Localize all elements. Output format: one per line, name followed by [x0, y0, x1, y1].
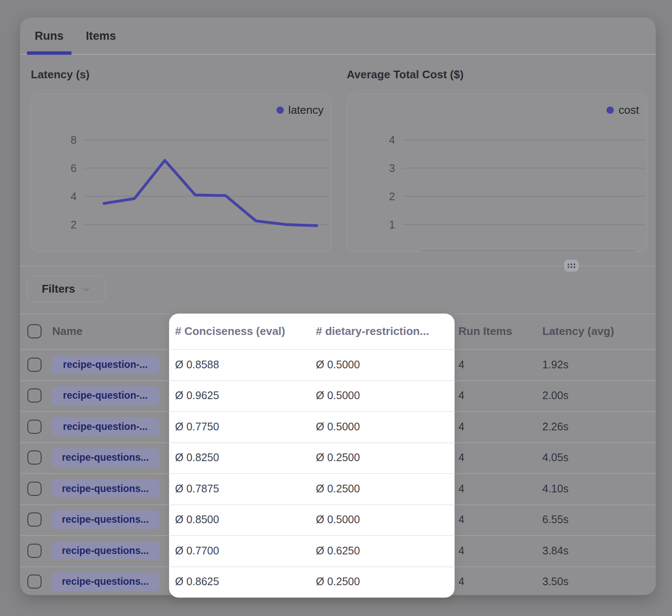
- row-checkbox[interactable]: [27, 420, 42, 434]
- latency-chart-title: Latency (s): [31, 68, 89, 81]
- select-all-checkbox[interactable]: [27, 324, 42, 338]
- run-items-value: 4: [455, 575, 539, 588]
- chevron-down-icon: [81, 284, 91, 294]
- column-header-dietary-restriction: # dietary-restriction...: [311, 325, 455, 338]
- table-row[interactable]: recipe-questions...Ø 0.8250Ø 0.250044.05…: [20, 442, 656, 474]
- table-row[interactable]: recipe-question-...Ø 0.9625Ø 0.500042.00…: [20, 380, 656, 412]
- latency-value: 1.92s: [539, 358, 656, 371]
- column-header-latency: Latency (avg): [539, 325, 656, 338]
- table-row[interactable]: recipe-questions...Ø 0.8500Ø 0.500046.55…: [20, 504, 656, 536]
- svg-text:4: 4: [71, 190, 77, 202]
- table-row[interactable]: recipe-questions...Ø 0.8625Ø 0.250043.50…: [20, 566, 656, 595]
- column-header-run-items: Run Items: [455, 325, 539, 338]
- row-checkbox[interactable]: [27, 544, 42, 558]
- dietary-restriction-value: Ø 0.5000: [311, 421, 455, 433]
- row-checkbox[interactable]: [27, 388, 42, 403]
- run-name-badge[interactable]: recipe-questions...: [51, 572, 159, 591]
- conciseness-value: Ø 0.7750: [169, 421, 311, 433]
- latency-legend-dot-icon: [277, 107, 284, 114]
- conciseness-value: Ø 0.8625: [169, 575, 311, 588]
- latency-value: 2.00s: [539, 389, 656, 402]
- row-checkbox[interactable]: [27, 482, 42, 496]
- row-checkbox[interactable]: [27, 512, 42, 527]
- row-checkbox-cell: [20, 544, 51, 558]
- run-name-badge[interactable]: recipe-question-...: [51, 386, 159, 405]
- conciseness-value: Ø 0.8500: [169, 513, 311, 526]
- row-checkbox-cell: [20, 512, 51, 527]
- conciseness-value: Ø 0.7875: [169, 483, 311, 495]
- run-name-cell: recipe-questions...: [51, 479, 169, 498]
- dietary-restriction-value: Ø 0.2500: [311, 575, 455, 588]
- run-name-badge[interactable]: recipe-question-...: [51, 355, 159, 374]
- row-checkbox-cell: [20, 575, 51, 589]
- latency-value: 6.55s: [539, 513, 656, 526]
- column-header-name: Name: [51, 325, 169, 338]
- svg-text:6: 6: [71, 162, 77, 174]
- row-checkbox-cell: [20, 420, 51, 434]
- latency-value: 2.26s: [539, 421, 656, 433]
- row-checkbox[interactable]: [27, 575, 42, 589]
- svg-text:3: 3: [389, 162, 395, 174]
- cost-chart-title: Average Total Cost ($): [347, 68, 464, 81]
- run-name-cell: recipe-questions...: [51, 541, 169, 560]
- run-items-value: 4: [455, 513, 539, 526]
- table-row[interactable]: recipe-questions...Ø 0.7700Ø 0.625043.84…: [20, 535, 656, 566]
- run-name-cell: recipe-question-...: [51, 386, 169, 405]
- svg-text:1: 1: [389, 219, 395, 231]
- row-checkbox[interactable]: [27, 450, 42, 465]
- latency-value: 4.05s: [539, 451, 656, 464]
- conciseness-value: Ø 0.9625: [169, 389, 311, 402]
- filters-button[interactable]: Filters: [27, 276, 106, 302]
- column-header-conciseness: # Conciseness (eval): [169, 325, 311, 338]
- run-items-value: 4: [455, 451, 539, 464]
- conciseness-value: Ø 0.8588: [169, 358, 311, 371]
- svg-text:2: 2: [71, 219, 77, 231]
- latency-legend: latency: [277, 104, 324, 117]
- run-name-badge[interactable]: recipe-question-...: [51, 417, 159, 436]
- tab-runs-label: Runs: [35, 30, 64, 43]
- tab-bar: Runs Items: [20, 18, 656, 55]
- dietary-restriction-value: Ø 0.5000: [311, 358, 455, 371]
- run-name-badge[interactable]: recipe-questions...: [51, 541, 159, 560]
- dietary-restriction-value: Ø 0.6250: [311, 545, 455, 557]
- filters-button-label: Filters: [42, 282, 75, 296]
- cost-legend-label: cost: [618, 104, 639, 117]
- page: { "accent_color": "#3c3b9f", "tabs": { "…: [0, 0, 672, 616]
- cost-legend-dot-icon: [607, 107, 614, 114]
- latency-value: 3.84s: [539, 545, 656, 557]
- latency-chart: 8642 latency: [31, 94, 332, 252]
- run-name-badge[interactable]: recipe-questions...: [51, 448, 159, 467]
- section-divider: [20, 266, 656, 267]
- run-name-cell: recipe-question-...: [51, 417, 169, 436]
- dietary-restriction-value: Ø 0.2500: [311, 483, 455, 495]
- table-header-row: Name# Conciseness (eval)# dietary-restri…: [20, 314, 656, 349]
- row-checkbox-cell: [20, 388, 51, 403]
- dietary-restriction-value: Ø 0.2500: [311, 451, 455, 464]
- run-items-value: 4: [455, 389, 539, 402]
- tab-runs[interactable]: Runs: [27, 18, 71, 55]
- run-items-value: 4: [455, 421, 539, 433]
- run-name-cell: recipe-questions...: [51, 510, 169, 529]
- run-name-badge[interactable]: recipe-questions...: [51, 479, 159, 498]
- latency-legend-label: latency: [288, 104, 324, 117]
- dietary-restriction-value: Ø 0.5000: [311, 513, 455, 526]
- table-row[interactable]: recipe-questions...Ø 0.7875Ø 0.250044.10…: [20, 473, 656, 504]
- row-checkbox[interactable]: [27, 358, 42, 372]
- run-name-badge[interactable]: recipe-questions...: [51, 510, 159, 529]
- table-row[interactable]: recipe-question-...Ø 0.8588Ø 0.500041.92…: [20, 349, 656, 380]
- run-items-value: 4: [455, 358, 539, 371]
- tab-items[interactable]: Items: [78, 18, 124, 55]
- row-checkbox-cell: [20, 358, 51, 372]
- dietary-restriction-value: Ø 0.5000: [311, 389, 455, 402]
- table-row[interactable]: recipe-question-...Ø 0.7750Ø 0.500042.26…: [20, 411, 656, 442]
- cost-line-plot: 4321: [347, 94, 646, 251]
- run-name-cell: recipe-questions...: [51, 572, 169, 591]
- grip-dots-icon: [567, 262, 576, 269]
- header-checkbox-cell: [20, 324, 51, 338]
- svg-text:8: 8: [71, 134, 77, 146]
- conciseness-value: Ø 0.8250: [169, 451, 311, 464]
- runs-panel-card: Runs Items Latency (s) Average Total Cos…: [20, 18, 656, 595]
- cost-legend: cost: [607, 104, 639, 117]
- conciseness-value: Ø 0.7700: [169, 545, 311, 557]
- resize-handle[interactable]: [564, 260, 579, 272]
